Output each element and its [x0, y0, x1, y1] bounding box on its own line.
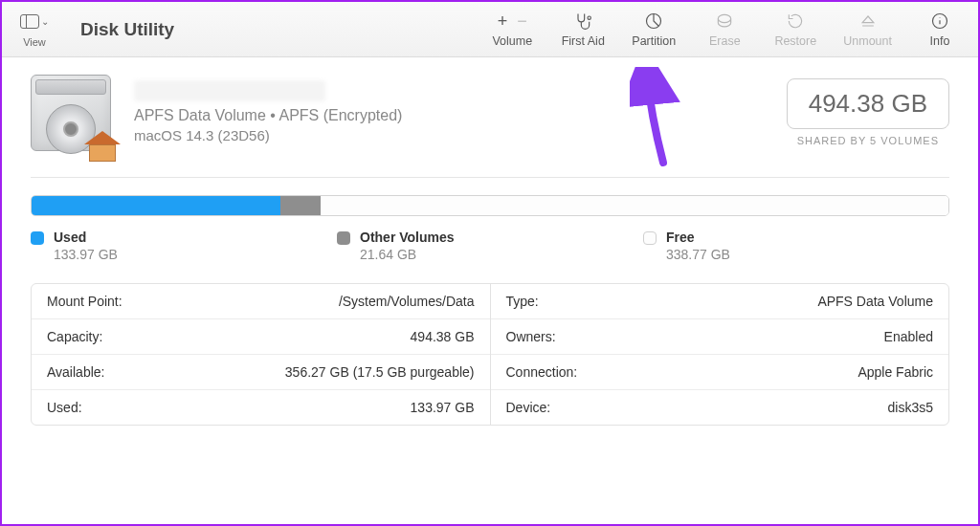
partition-label: Partition [632, 34, 676, 48]
volume-subtitle: APFS Data Volume • APFS (Encrypted) [134, 107, 769, 124]
restore-icon [786, 11, 805, 32]
legend-free: Free 338.77 GB [643, 230, 949, 262]
detail-value: Enabled [884, 329, 933, 344]
toolbar: ⌄ View Disk Utility +− Volume First Aid … [2, 2, 978, 57]
info-icon [930, 11, 949, 32]
home-badge-icon [84, 131, 121, 162]
first-aid-button[interactable]: First Aid [560, 11, 606, 48]
details-table: Mount Point:/System/Volumes/DataCapacity… [31, 283, 949, 426]
detail-key: Available: [47, 364, 104, 380]
restore-label: Restore [774, 34, 816, 48]
detail-value: 133.97 GB [411, 400, 475, 415]
view-label: View [23, 36, 46, 48]
detail-row: Used:133.97 GB [32, 390, 490, 425]
detail-key: Owners: [506, 329, 556, 344]
divider [31, 177, 949, 178]
info-button[interactable]: Info [917, 11, 963, 48]
detail-row: Mount Point:/System/Volumes/Data [32, 284, 490, 319]
details-col-left: Mount Point:/System/Volumes/DataCapacity… [32, 284, 491, 425]
detail-key: Mount Point: [47, 294, 122, 309]
usage-bar [31, 195, 949, 216]
detail-row: Device:disk3s5 [491, 390, 949, 425]
legend-other-label: Other Volumes [360, 230, 455, 245]
usage-segment-other [280, 196, 321, 215]
svg-point-0 [588, 16, 590, 19]
detail-row: Available:356.27 GB (17.5 GB purgeable) [32, 355, 490, 390]
view-menu-button[interactable]: ⌄ View [17, 11, 52, 49]
stethoscope-icon [573, 11, 592, 32]
capacity-badge: 494.38 GB [787, 78, 949, 129]
detail-value: 356.27 GB (17.5 GB purgeable) [285, 364, 475, 380]
chevron-down-icon: ⌄ [41, 16, 49, 27]
legend-free-label: Free [666, 230, 730, 245]
volume-button[interactable]: +− Volume [489, 11, 535, 48]
legend-other: Other Volumes 21.64 GB [337, 230, 643, 262]
detail-key: Device: [506, 400, 551, 415]
swatch-free [643, 231, 657, 245]
erase-icon [715, 11, 734, 32]
content: APFS Data Volume • APFS (Encrypted) macO… [2, 57, 978, 435]
usage-segment-used [32, 196, 280, 215]
unmount-button: Unmount [843, 11, 892, 48]
restore-button: Restore [772, 11, 818, 48]
volume-os-version: macOS 14.3 (23D56) [134, 127, 769, 143]
erase-label: Erase [709, 34, 741, 48]
legend-other-value: 21.64 GB [360, 247, 455, 262]
legend-used-label: Used [54, 230, 118, 245]
unmount-label: Unmount [843, 34, 892, 48]
legend-free-value: 338.77 GB [666, 247, 730, 262]
detail-key: Used: [47, 400, 82, 415]
swatch-used [31, 231, 44, 245]
details-col-right: Type:APFS Data VolumeOwners:EnabledConne… [491, 284, 949, 425]
detail-value: 494.38 GB [411, 329, 475, 344]
legend-used: Used 133.97 GB [31, 230, 337, 262]
detail-key: Capacity: [47, 329, 102, 344]
detail-value: /System/Volumes/Data [339, 294, 475, 309]
volume-name-redacted [134, 80, 325, 101]
pie-icon [644, 11, 663, 32]
volume-label: Volume [492, 34, 532, 48]
erase-button: Erase [702, 11, 747, 48]
usage-segment-free [321, 196, 948, 215]
legend-used-value: 133.97 GB [54, 247, 118, 262]
detail-row: Type:APFS Data Volume [491, 284, 949, 319]
detail-row: Capacity:494.38 GB [32, 319, 490, 355]
first-aid-label: First Aid [562, 34, 605, 48]
info-label: Info [930, 34, 950, 48]
detail-key: Type: [506, 294, 539, 309]
detail-value: disk3s5 [888, 400, 933, 415]
detail-key: Connection: [506, 364, 578, 380]
detail-row: Owners:Enabled [491, 319, 949, 355]
swatch-other [337, 231, 350, 245]
eject-icon [858, 11, 878, 32]
app-title: Disk Utility [80, 19, 174, 40]
partition-button[interactable]: Partition [631, 11, 677, 48]
plus-minus-icon: +− [498, 11, 527, 32]
detail-value: APFS Data Volume [817, 294, 933, 309]
detail-value: Apple Fabric [858, 364, 933, 380]
detail-row: Connection:Apple Fabric [491, 355, 949, 390]
sidebar-toggle-icon [20, 14, 39, 29]
disk-icon [31, 75, 117, 156]
capacity-caption: SHARED BY 5 VOLUMES [787, 135, 949, 146]
